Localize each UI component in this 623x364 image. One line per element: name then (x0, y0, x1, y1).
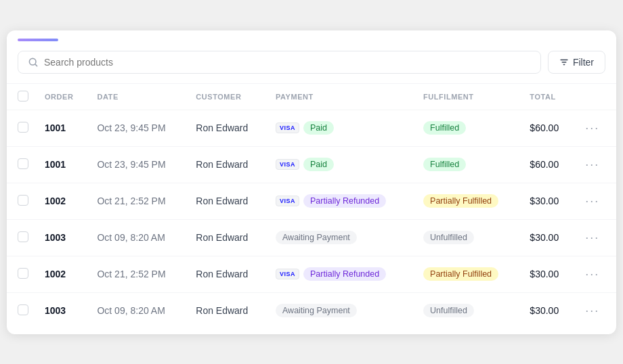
order-total: $60.00 (521, 146, 574, 183)
more-actions-cell: ··· (574, 146, 616, 183)
fulfilment-badge: Fulfilled (423, 121, 466, 135)
fulfilment-cell: Unfulfilled (415, 219, 521, 256)
customer-name: Ron Edward (188, 110, 267, 146)
payment-cell: VISAPaid (267, 110, 415, 146)
payment-cell: Awaiting Payment (267, 292, 415, 329)
more-actions-cell: ··· (574, 256, 616, 292)
visa-icon: VISA (276, 269, 299, 279)
payment-cell: VISAPartially Refunded (267, 183, 415, 219)
row-checkbox-cell (7, 256, 37, 292)
more-actions-button[interactable]: ··· (582, 156, 602, 173)
row-checkbox-cell (7, 292, 37, 329)
fulfilment-cell: Fulfilled (415, 146, 521, 183)
payment-badge: Partially Refunded (303, 267, 386, 281)
col-order: ORDER (37, 83, 89, 110)
table-header-row: ORDER DATE CUSTOMER PAYMENT FULFILMENT T… (7, 83, 616, 110)
order-number: 1001 (37, 110, 89, 146)
filter-button[interactable]: Filter (548, 51, 605, 74)
fulfilment-badge: Unfulfilled (423, 231, 474, 244)
table-row: 1001Oct 23, 9:45 PMRon EdwardVISAPaidFul… (7, 146, 616, 183)
fulfilment-cell: Partially Fulfilled (415, 183, 521, 219)
row-checkbox[interactable] (18, 122, 28, 133)
order-number: 1003 (37, 292, 89, 329)
order-number: 1003 (37, 219, 89, 256)
fulfilment-badge: Partially Fulfilled (423, 194, 498, 208)
payment-badge: Paid (303, 121, 334, 135)
more-actions-button[interactable]: ··· (582, 193, 602, 210)
more-actions-button[interactable]: ··· (582, 229, 602, 246)
svg-line-1 (35, 64, 37, 66)
more-actions-button[interactable]: ··· (582, 302, 602, 319)
filter-label: Filter (573, 57, 594, 68)
col-fulfilment: FULFILMENT (415, 83, 521, 110)
customer-name: Ron Edward (188, 183, 267, 219)
fulfilment-cell: Unfulfilled (415, 292, 521, 329)
order-number: 1002 (37, 256, 89, 292)
more-actions-cell: ··· (574, 292, 616, 329)
visa-icon: VISA (276, 196, 299, 206)
row-checkbox[interactable] (18, 158, 28, 169)
more-actions-button[interactable]: ··· (582, 266, 602, 283)
more-actions-cell: ··· (574, 183, 616, 219)
payment-badge: Awaiting Payment (276, 304, 357, 317)
table-row: 1002Oct 21, 2:52 PMRon EdwardVISAPartial… (7, 183, 616, 219)
customer-name: Ron Edward (188, 256, 267, 292)
row-checkbox-cell (7, 110, 37, 146)
row-checkbox[interactable] (18, 268, 28, 279)
payment-badge: Paid (303, 158, 334, 171)
select-all-checkbox[interactable] (18, 91, 28, 101)
order-total: $30.00 (521, 183, 574, 219)
table-row: 1001Oct 23, 9:45 PMRon EdwardVISAPaidFul… (7, 110, 616, 146)
fulfilment-badge: Fulfilled (423, 158, 466, 171)
order-number: 1001 (37, 146, 89, 183)
order-date: Oct 21, 2:52 PM (89, 256, 188, 292)
row-checkbox[interactable] (18, 304, 28, 315)
payment-cell: VISAPartially Refunded (267, 256, 415, 292)
filter-icon (559, 58, 569, 67)
order-total: $30.00 (521, 292, 574, 329)
col-customer: CUSTOMER (188, 83, 267, 110)
row-checkbox-cell (7, 146, 37, 183)
customer-name: Ron Edward (188, 292, 267, 329)
col-payment: PAYMENT (267, 83, 415, 110)
col-total: TOTAL (521, 83, 574, 110)
order-date: Oct 23, 9:45 PM (89, 110, 188, 146)
order-total: $30.00 (521, 219, 574, 256)
row-checkbox-cell (7, 183, 37, 219)
search-input[interactable] (44, 57, 531, 68)
customer-name: Ron Edward (188, 146, 267, 183)
col-checkbox (7, 83, 37, 110)
payment-cell: Awaiting Payment (267, 219, 415, 256)
order-date: Oct 09, 8:20 AM (89, 292, 188, 329)
orders-table: ORDER DATE CUSTOMER PAYMENT FULFILMENT T… (7, 83, 616, 329)
search-bar: Filter (7, 41, 616, 83)
more-actions-cell: ··· (574, 219, 616, 256)
col-date: DATE (89, 83, 188, 110)
col-actions (574, 83, 616, 110)
payment-badge: Awaiting Payment (276, 231, 357, 244)
visa-icon: VISA (276, 122, 299, 133)
fulfilment-cell: Partially Fulfilled (415, 256, 521, 292)
search-icon (28, 57, 39, 68)
main-card: Filter ORDER DATE CUSTOMER PAYMENT FULFI… (7, 30, 616, 334)
customer-name: Ron Edward (188, 219, 267, 256)
row-checkbox[interactable] (18, 195, 28, 206)
payment-cell: VISAPaid (267, 146, 415, 183)
more-actions-button[interactable]: ··· (582, 120, 602, 137)
order-date: Oct 09, 8:20 AM (89, 219, 188, 256)
visa-icon: VISA (276, 159, 299, 170)
row-checkbox-cell (7, 219, 37, 256)
more-actions-cell: ··· (574, 110, 616, 146)
table-row: 1002Oct 21, 2:52 PMRon EdwardVISAPartial… (7, 256, 616, 292)
order-total: $60.00 (521, 110, 574, 146)
fulfilment-badge: Partially Fulfilled (423, 267, 498, 281)
table-row: 1003Oct 09, 8:20 AMRon EdwardAwaiting Pa… (7, 219, 616, 256)
order-date: Oct 23, 9:45 PM (89, 146, 188, 183)
payment-badge: Partially Refunded (303, 194, 386, 208)
fulfilment-cell: Fulfilled (415, 110, 521, 146)
search-input-wrap (18, 51, 541, 74)
order-date: Oct 21, 2:52 PM (89, 183, 188, 219)
table-row: 1003Oct 09, 8:20 AMRon EdwardAwaiting Pa… (7, 292, 616, 329)
row-checkbox[interactable] (18, 231, 28, 242)
order-number: 1002 (37, 183, 89, 219)
